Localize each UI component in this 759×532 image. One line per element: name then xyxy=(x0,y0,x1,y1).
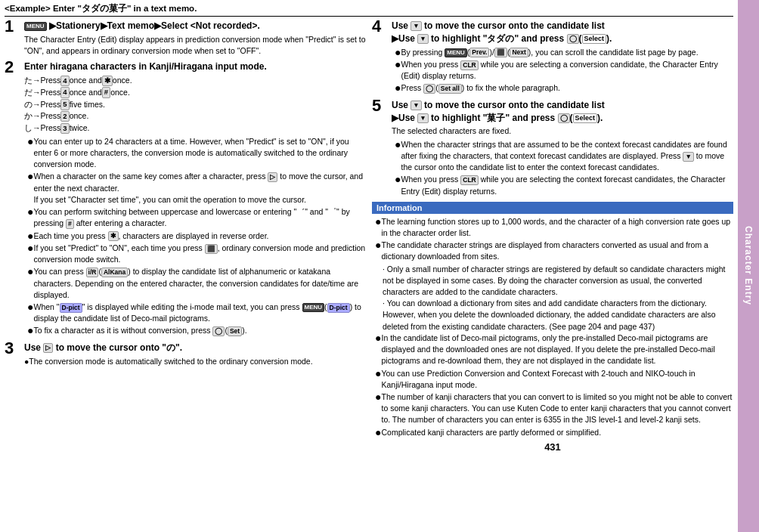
step-2-bullet-1: ● You can enter up to 24 characters at a… xyxy=(24,136,366,171)
step-4-bullet-3: ● Press ◯(Set all) to fix the whole para… xyxy=(392,82,733,94)
press-label: Press xyxy=(41,75,61,87)
page-number: 431 xyxy=(372,441,733,453)
information-content: ● The learning function stores up to 1,0… xyxy=(372,216,733,438)
step-1-title: MENU ▶Stationery▶Text memo▶Select <Not r… xyxy=(24,20,366,32)
step-2: 2 Enter hiragana characters in Kanji/Hir… xyxy=(5,60,366,338)
info-item-4: ● You can use Prediction Conversion and … xyxy=(372,368,733,391)
step-4: 4 Use ▼ to move the cursor onto the cand… xyxy=(372,20,733,95)
step-5: 5 Use ▼ to move the cursor onto the cand… xyxy=(372,99,733,198)
step-2-bullet-4: ● Each time you press ✱, characters are … xyxy=(24,230,366,242)
step-3: 3 Use ▷ to move the cursor onto "の". ●Th… xyxy=(5,342,366,367)
info-item-3: ● In the candidate list of Deco-mail pic… xyxy=(372,332,733,367)
step-5-subtitle: The selected characters are fixed. xyxy=(392,125,733,137)
info-item-2b: · You can download a dictionary from sit… xyxy=(372,298,733,332)
step-2-bullet-7: ● When "D-pict" is displayed while editi… xyxy=(24,302,366,324)
step-4-bullet-2: ● When you press CLR while you are selec… xyxy=(392,59,733,82)
info-item-5: ● The number of kanji characters that yo… xyxy=(372,391,733,426)
step-5-bullet-2: ● When you press CLR while you are selec… xyxy=(392,174,733,196)
step-2-bullet-3: ● You can perform switching between uppe… xyxy=(24,206,366,229)
hiragana-table: た→ Press 4 once and ✱ once. だ→ Press 4 o… xyxy=(24,75,366,135)
press-label-2: Press xyxy=(41,87,61,99)
step-3-number: 3 xyxy=(5,340,21,357)
info-item-2a: · Only a small number of character strin… xyxy=(372,264,733,298)
step-1-body: The Character Entry (Edit) display appea… xyxy=(24,34,366,57)
example-header: <Example> Enter "タダの菓子" in a text memo. xyxy=(5,3,733,17)
info-item-6: ● Complicated kanji characters are partl… xyxy=(372,427,733,438)
step-5-title: Use ▼ to move the cursor onto the candid… xyxy=(392,99,733,125)
step-2-bullet-6: ● You can press i/R(AlKana) to display t… xyxy=(24,266,366,301)
step-3-body: ●The conversion mode is automatically sw… xyxy=(24,356,366,367)
info-item-2: ● The candidate character strings are di… xyxy=(372,240,733,262)
step-4-number: 4 xyxy=(372,18,389,35)
step-5-number: 5 xyxy=(372,97,389,114)
step-2-bullet-8: ● To fix a character as it is without co… xyxy=(24,325,366,336)
step-4-bullet-1: ● By pressing MENU(Prev.)/⬛(Next), you c… xyxy=(392,47,733,58)
step-4-title: Use ▼ to move the cursor onto the candid… xyxy=(392,20,733,45)
step-1: 1 MENU ▶Stationery▶Text memo▶Select <Not… xyxy=(5,20,366,57)
step-3-title: Use ▷ to move the cursor onto "の". xyxy=(24,342,366,354)
info-item-1: ● The learning function stores up to 1,0… xyxy=(372,216,733,239)
chapter-sidebar: Character Entry xyxy=(738,0,759,532)
step-2-number: 2 xyxy=(5,59,21,76)
sidebar-label: Character Entry xyxy=(743,226,754,305)
menu-key: MENU xyxy=(24,22,47,31)
press-label-4: Press xyxy=(41,110,61,122)
step-5-bullet-1: ● When the character strings that are as… xyxy=(392,139,733,174)
step-2-bullet-5: ● If you set "Predict" to "ON", each tim… xyxy=(24,243,366,265)
information-box-header: Information xyxy=(372,202,733,214)
press-label-5: Press xyxy=(41,122,61,135)
press-label-3: Press xyxy=(41,99,61,111)
step-2-title: Enter hiragana characters in Kanji/Hirag… xyxy=(24,60,366,73)
step-2-bullet-2: ● When a character on the same key comes… xyxy=(24,171,366,206)
step-1-number: 1 xyxy=(5,18,21,35)
